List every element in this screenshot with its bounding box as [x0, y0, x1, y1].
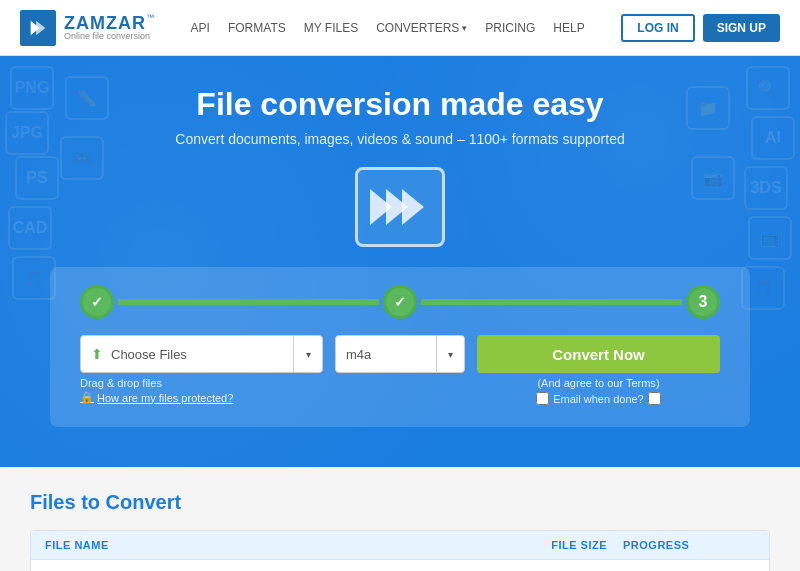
step-2-check-icon: ✓: [394, 294, 406, 310]
choose-dropdown-icon[interactable]: ▾: [294, 349, 322, 360]
format-select[interactable]: m4a ▾: [335, 335, 465, 373]
step-3-circle: 3: [686, 285, 720, 319]
lock-icon: 🔒: [80, 391, 94, 404]
file-protection-link[interactable]: 🔒 How are my files protected?: [80, 391, 233, 404]
main-nav: API FORMATS MY FILES CONVERTERS ▾ PRICIN…: [191, 21, 585, 35]
logo-tm: ™: [146, 14, 154, 22]
step-line-2: [421, 299, 682, 305]
choose-files-button[interactable]: ⬆ Choose Files ▾: [80, 335, 323, 373]
convert-area: Convert Now (And agree to our Terms) Ema…: [477, 335, 720, 405]
upload-icon: ⬆: [91, 346, 103, 362]
logo-subtitle: Online file conversion: [64, 32, 154, 41]
login-button[interactable]: LOG IN: [621, 14, 694, 42]
svg-marker-1: [36, 20, 45, 35]
logo-name: ZAMZAR: [64, 14, 146, 32]
email-checkbox-2[interactable]: [648, 392, 661, 405]
email-notification: Email when done?: [536, 392, 661, 405]
step-line-1: [118, 299, 379, 305]
terms-text: (And agree to our Terms): [537, 377, 659, 389]
step-1-check-icon: ✓: [91, 294, 103, 310]
logo-text: ZAMZAR ™ Online file conversion: [64, 14, 154, 41]
drag-drop-hint: Drag & drop files: [80, 377, 162, 389]
terms-link[interactable]: Terms: [626, 377, 656, 389]
nav-pricing[interactable]: PRICING: [485, 21, 535, 35]
format-dropdown-icon[interactable]: ▾: [436, 336, 464, 372]
column-header-filesize: FILE SIZE: [517, 539, 607, 551]
files-title-colored: Convert: [106, 491, 182, 513]
convert-button[interactable]: Convert Now: [477, 335, 720, 373]
nav-converters[interactable]: CONVERTERS ▾: [376, 21, 467, 35]
signup-button[interactable]: SIGN UP: [703, 14, 780, 42]
files-to-convert-section: Files to Convert FILE NAME FILE SIZE PRO…: [0, 467, 800, 571]
auth-buttons: LOG IN SIGN UP: [621, 14, 780, 42]
hero-section: PNG JPG PS CAD 🎵 ✏️ 🎮 🔍 AI 3DS 📺 🎵 📁 📷 F…: [0, 56, 800, 467]
format-selector-area: m4a ▾: [335, 335, 465, 373]
choose-files-main[interactable]: ⬆ Choose Files: [81, 346, 293, 362]
nav-api[interactable]: API: [191, 21, 210, 35]
step-3-number: 3: [699, 293, 708, 311]
hero-title: File conversion made easy: [20, 86, 780, 123]
email-label: Email when done?: [553, 393, 644, 405]
logo: ZAMZAR ™ Online file conversion: [20, 10, 154, 46]
step-1-circle: ✓: [80, 285, 114, 319]
nav-formats[interactable]: FORMATS: [228, 21, 286, 35]
files-table: FILE NAME FILE SIZE PROGRESS file_exampl…: [30, 530, 770, 571]
step-controls: ⬆ Choose Files ▾ Drag & drop files 🔒 How…: [80, 335, 720, 405]
column-header-filename: FILE NAME: [45, 539, 517, 551]
hero-subtitle: Convert documents, images, videos & soun…: [20, 131, 780, 147]
choose-files-label: Choose Files: [111, 347, 187, 362]
converters-chevron-icon: ▾: [462, 23, 467, 33]
hero-illustration: [20, 167, 780, 247]
column-header-progress: PROGRESS: [607, 539, 727, 551]
format-value: m4a: [336, 347, 436, 362]
conversion-steps: ✓ ✓ 3 ⬆ Choose Files ▾: [50, 267, 750, 427]
choose-files-area: ⬆ Choose Files ▾ Drag & drop files 🔒 How…: [80, 335, 323, 404]
steps-track: ✓ ✓ 3: [80, 285, 720, 319]
table-row: file_example.flac 6.3 MB Pending ×: [31, 560, 769, 571]
step-2-circle: ✓: [383, 285, 417, 319]
nav-help[interactable]: HELP: [553, 21, 584, 35]
table-header: FILE NAME FILE SIZE PROGRESS: [31, 531, 769, 560]
files-title: Files to Convert: [30, 491, 770, 514]
header: ZAMZAR ™ Online file conversion API FORM…: [0, 0, 800, 56]
email-checkbox[interactable]: [536, 392, 549, 405]
nav-my-files[interactable]: MY FILES: [304, 21, 358, 35]
play-icon-box: [355, 167, 445, 247]
logo-icon: [20, 10, 56, 46]
